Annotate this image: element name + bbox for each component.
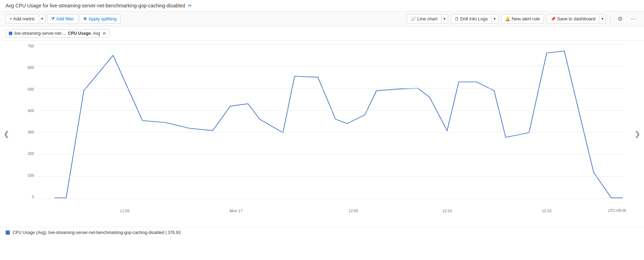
legend-color-box [6,230,10,235]
x-label-mon17: Mon 17 [230,209,243,213]
y-label-500: 500 [21,87,37,91]
page-title: Avg CPU Usage for live-streaming-server-… [6,3,185,8]
metric-name: CPU Usage, Avg [68,31,100,36]
add-metric-split[interactable]: + Add metric ▾ [6,14,46,24]
grid-line-700 [37,44,623,44]
chart-container: ❮ ❯ 0 100 200 300 400 500 600 700 [0,41,644,227]
x-label-1205: 12:05 [348,209,358,213]
grid-line-100 [37,176,623,177]
new-alert-button[interactable]: 🔔 New alert rule [501,14,543,23]
toolbar-left: + Add metric ▾ ⧩ Add filter ❋ Apply spli… [6,14,405,24]
drill-logs-dropdown[interactable]: ▾ [491,15,498,23]
x-label-utc: UTC+08:00 [608,209,626,213]
drill-icon: 🗒 [455,17,459,21]
divider [610,15,611,22]
grid-line-200 [37,154,623,155]
y-label-200: 200 [21,152,37,156]
add-filter-button[interactable]: ⧩ Add filter [47,14,78,24]
save-icon: 📌 [551,17,556,21]
grid-line-600 [37,66,623,66]
settings-button[interactable]: ⚙ [615,14,625,24]
y-label-300: 300 [21,130,37,134]
save-dashboard-dropdown[interactable]: ▾ [599,15,606,23]
save-dashboard-split[interactable]: 📌 Save to dashboard ▾ [547,14,606,24]
title-bar: Avg CPU Usage for live-streaming-server-… [0,0,644,12]
y-label-0: 0 [21,195,37,199]
grid-line-400 [37,110,623,111]
grid-line-300 [37,132,623,132]
line-chart-split[interactable]: 📈 Line chart ▾ [407,14,448,24]
chart-inner: 0 100 200 300 400 500 600 700 [21,44,623,209]
toolbar-right: 📈 Line chart ▾ 🗒 Drill into Logs ▾ 🔔 New… [407,14,638,24]
add-metric-button[interactable]: + Add metric [6,14,39,23]
new-alert-split[interactable]: 🔔 New alert rule [501,14,544,24]
y-label-700: 700 [21,44,37,48]
y-axis: 0 100 200 300 400 500 600 700 [21,44,37,199]
y-label-400: 400 [21,109,37,113]
drill-logs-split[interactable]: 🗒 Drill into Logs ▾ [451,14,499,24]
drill-logs-button[interactable]: 🗒 Drill into Logs [451,14,492,23]
more-options-button[interactable]: ··· [628,14,638,24]
grid-line-0 [37,199,623,199]
legend-area: CPU Usage (Avg), live-streaming-server-n… [0,227,644,238]
alert-icon: 🔔 [505,17,510,21]
x-label-1155: 11:55 [120,209,130,213]
add-metric-dropdown[interactable]: ▾ [39,15,45,23]
edit-icon[interactable]: ✏ [188,3,192,8]
save-dashboard-button[interactable]: 📌 Save to dashboard [547,14,599,23]
y-label-100: 100 [21,174,37,177]
line-chart-button[interactable]: 📈 Line chart [407,14,441,23]
x-label-1210: 12:10 [442,209,452,213]
metric-server: live-streaming-server-net-... [14,31,66,36]
chart-nav-left-button[interactable]: ❮ [1,127,12,141]
grid-lines [37,44,623,199]
x-label-1215: 12:15 [542,209,552,213]
grid-line-500 [37,88,623,89]
split-icon: ❋ [83,16,87,21]
metric-tag-area: live-streaming-server-net-... CPU Usage,… [0,26,644,41]
line-chart-dropdown[interactable]: ▾ [441,15,448,23]
metric-remove-button[interactable]: ✕ [102,31,106,36]
toolbar: + Add metric ▾ ⧩ Add filter ❋ Apply spli… [0,12,644,26]
filter-icon: ⧩ [51,16,55,22]
chart-svg-area: 11:55 Mon 17 12:05 12:10 12:15 UTC+08:00 [37,44,623,199]
chart-nav-right-button[interactable]: ❯ [632,127,643,141]
metric-tag: live-streaming-server-net-... CPU Usage,… [6,29,110,38]
metric-color-dot [9,32,12,35]
apply-splitting-button[interactable]: ❋ Apply splitting [79,14,120,24]
y-label-600: 600 [21,66,37,70]
line-chart-icon: 📈 [410,17,416,21]
legend-label: CPU Usage (Avg), live-streaming-server-n… [13,230,180,235]
